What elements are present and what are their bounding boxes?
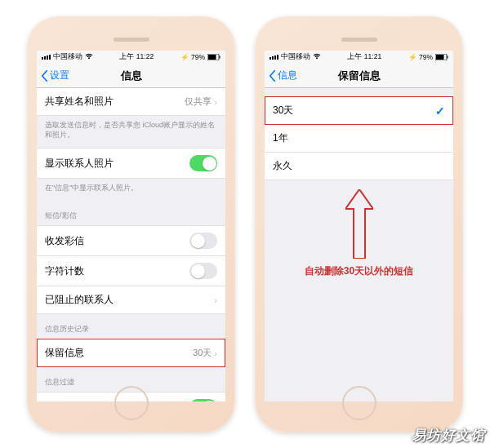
checkmark-icon: ✓ xyxy=(435,104,445,118)
row-label: 共享姓名和照片 xyxy=(45,95,114,109)
battery-percent: ⚡ 79% xyxy=(408,53,433,61)
carrier-label: 中国移动 xyxy=(281,52,310,62)
chevron-right-icon: › xyxy=(214,97,217,107)
phone-left: 中国移动 上午 11:22 ⚡ 79% 设置 信 xyxy=(27,16,235,432)
phone-right: 中国移动 上午 11:21 ⚡ 79% 信息 保 xyxy=(255,16,463,432)
option-30-days[interactable]: 30天 ✓ xyxy=(265,96,453,125)
carrier-label: 中国移动 xyxy=(53,52,82,62)
header-filter: 信息过滤 xyxy=(37,367,225,392)
row-label: 收发彩信 xyxy=(45,234,84,248)
row-mms[interactable]: 收发彩信 xyxy=(37,225,225,256)
status-bar: 中国移动 上午 11:21 ⚡ 79% xyxy=(265,51,453,64)
row-label: 显示联系人照片 xyxy=(45,157,114,171)
svg-rect-4 xyxy=(436,55,444,60)
battery-icon xyxy=(207,54,220,60)
footer-share: 选取发送信息时，是否共享您 iCloud账户显示的姓名和照片。 xyxy=(37,116,225,148)
svg-rect-5 xyxy=(448,56,448,59)
row-blocked[interactable]: 已阻止的联系人 › xyxy=(37,286,225,314)
chevron-left-icon xyxy=(268,70,277,82)
option-label: 永久 xyxy=(273,159,292,173)
settings-list[interactable]: 共享姓名和照片 仅共享› 选取发送信息时，是否共享您 iCloud账户显示的姓名… xyxy=(37,88,225,401)
status-time: 上午 11:21 xyxy=(347,52,381,62)
row-show-contact-photo[interactable]: 显示联系人照片 xyxy=(37,148,225,179)
option-1-year[interactable]: 1年 xyxy=(265,125,453,153)
toggle-mms[interactable] xyxy=(189,233,217,249)
row-label: 已阻止的联系人 xyxy=(45,293,114,307)
status-bar: 中国移动 上午 11:22 ⚡ 79% xyxy=(37,51,225,64)
signal-bars-icon xyxy=(42,55,51,60)
screen-right: 中国移动 上午 11:21 ⚡ 79% 信息 保 xyxy=(265,51,453,401)
row-label: 字符计数 xyxy=(45,264,84,278)
chevron-right-icon: › xyxy=(214,295,217,305)
row-keep-messages[interactable]: 保留信息 30天› xyxy=(37,339,225,367)
back-button[interactable]: 信息 xyxy=(265,69,297,82)
footer-show-photo: 在"信息"中显示联系人照片。 xyxy=(37,179,225,201)
battery-icon xyxy=(435,54,448,60)
chevron-left-icon xyxy=(40,70,49,82)
back-label: 信息 xyxy=(278,69,297,82)
toggle-show-photo[interactable] xyxy=(189,155,217,171)
options-list[interactable]: 30天 ✓ 1年 永久 xyxy=(265,88,453,401)
back-label: 设置 xyxy=(50,69,69,82)
row-share-name-photo[interactable]: 共享姓名和照片 仅共享› xyxy=(37,88,225,116)
header-sms: 短信/彩信 xyxy=(37,201,225,225)
wifi-icon xyxy=(85,53,93,61)
wifi-icon xyxy=(313,53,321,61)
svg-rect-2 xyxy=(220,56,220,59)
signal-bars-icon xyxy=(270,55,278,60)
battery-percent: ⚡ 79% xyxy=(180,53,205,61)
row-char-count[interactable]: 字符计数 xyxy=(37,256,225,286)
back-button[interactable]: 设置 xyxy=(37,69,69,82)
nav-bar: 设置 信息 xyxy=(37,64,225,88)
header-history: 信息历史记录 xyxy=(37,314,225,339)
row-label: 保留信息 xyxy=(45,346,84,360)
option-label: 1年 xyxy=(273,131,288,145)
watermark: 易坊好文馆 xyxy=(412,426,485,445)
status-time: 上午 11:22 xyxy=(119,52,154,62)
toggle-filter-unknown[interactable] xyxy=(189,399,217,401)
row-label: 过滤未知发件人 xyxy=(45,401,114,401)
option-forever[interactable]: 永久 xyxy=(265,153,453,180)
row-filter-unknown[interactable]: 过滤未知发件人 xyxy=(37,392,225,401)
svg-rect-1 xyxy=(208,55,216,60)
option-label: 30天 xyxy=(273,104,293,118)
screen-left: 中国移动 上午 11:22 ⚡ 79% 设置 信 xyxy=(37,51,225,401)
nav-bar: 信息 保留信息 xyxy=(265,64,453,88)
toggle-charcount[interactable] xyxy=(189,263,217,279)
chevron-right-icon: › xyxy=(214,348,217,358)
